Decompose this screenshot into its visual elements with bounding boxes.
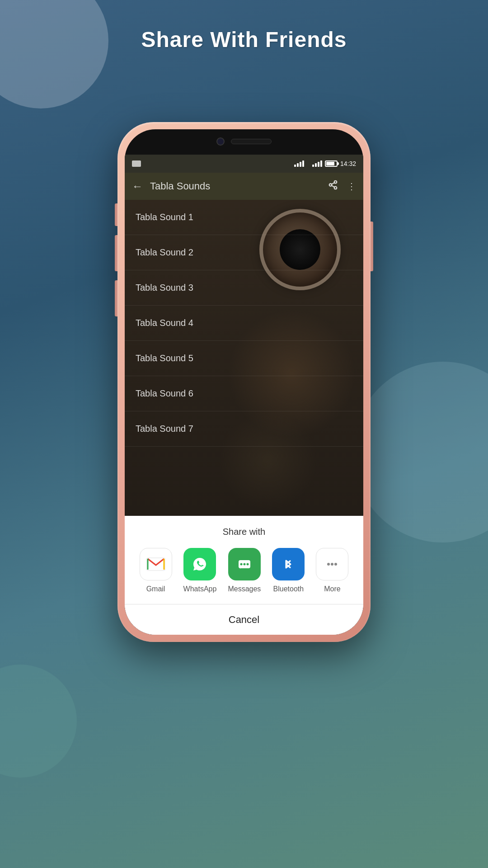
phone-frame: 14:32 ← Tabla Sounds: [117, 122, 371, 642]
list-item[interactable]: Tabla Sound 3: [125, 270, 363, 306]
more-icon: [316, 548, 348, 580]
share-app-gmail[interactable]: Gmail: [140, 548, 172, 593]
signal-bar-4: [302, 160, 304, 167]
share-app-messages[interactable]: Messages: [228, 548, 261, 593]
volume-silent-button: [115, 203, 117, 226]
menu-button[interactable]: ⋮: [347, 181, 356, 192]
phone-inner: 14:32 ← Tabla Sounds: [125, 129, 363, 635]
svg-line-3: [332, 185, 334, 187]
more-label: More: [324, 585, 340, 593]
sound-list: Tabla Sound 1 Tabla Sound 2 Tabla Sound …: [125, 200, 363, 447]
svg-point-16: [331, 563, 333, 566]
status-bar-left: [132, 160, 141, 167]
svg-point-15: [327, 563, 330, 566]
sound-item-label: Tabla Sound 1: [136, 212, 193, 222]
list-item[interactable]: Tabla Sound 7: [125, 411, 363, 447]
share-sheet-title: Share with: [125, 527, 363, 537]
svg-point-1: [329, 184, 332, 186]
share-apps-row: Gmail WhatsApp: [125, 548, 363, 604]
whatsapp-label: WhatsApp: [183, 585, 217, 593]
messages-label: Messages: [228, 585, 261, 593]
page-title: Share With Friends: [0, 27, 488, 52]
list-item[interactable]: Tabla Sound 5: [125, 341, 363, 376]
notification-icon: [132, 160, 141, 167]
list-item[interactable]: Tabla Sound 4: [125, 306, 363, 341]
bg-decoration-3: [0, 665, 77, 778]
sound-item-label: Tabla Sound 3: [136, 283, 193, 293]
phone-notch: [216, 137, 272, 146]
share-button[interactable]: [328, 180, 338, 193]
svg-point-17: [334, 563, 337, 566]
sound-item-label: Tabla Sound 4: [136, 318, 193, 328]
status-time: 14:32: [340, 160, 356, 167]
front-camera: [216, 137, 225, 146]
share-app-more[interactable]: More: [316, 548, 348, 593]
power-button: [371, 222, 373, 271]
bluetooth-icon: [272, 548, 305, 580]
bg-decoration-1: [0, 0, 108, 108]
messages-icon: [228, 548, 261, 580]
phone-speaker: [231, 139, 272, 144]
volume-down-button: [115, 280, 117, 316]
gmail-label: Gmail: [146, 585, 165, 593]
svg-line-4: [332, 183, 334, 184]
battery-fill: [326, 162, 334, 165]
signal2-bar-4: [320, 160, 322, 167]
list-item[interactable]: Tabla Sound 6: [125, 376, 363, 411]
svg-point-12: [243, 563, 245, 566]
signal-bar-3: [300, 162, 301, 167]
content-area: Tabla Sound 1 Tabla Sound 2 Tabla Sound …: [125, 200, 363, 635]
signal-icon-2: [312, 160, 322, 167]
gmail-icon: [140, 548, 172, 580]
svg-rect-14: [278, 554, 298, 574]
sound-item-label: Tabla Sound 6: [136, 388, 193, 399]
sound-item-label: Tabla Sound 7: [136, 424, 193, 434]
sound-item-label: Tabla Sound 2: [136, 247, 193, 258]
battery-icon: [325, 160, 338, 167]
volume-up-button: [115, 235, 117, 271]
signal2-bar-1: [312, 165, 314, 167]
svg-point-2: [334, 187, 337, 189]
list-item[interactable]: Tabla Sound 1: [125, 200, 363, 235]
status-bar: 14:32: [125, 155, 363, 173]
share-app-whatsapp[interactable]: WhatsApp: [183, 548, 217, 593]
sound-item-label: Tabla Sound 5: [136, 353, 193, 363]
share-app-bluetooth[interactable]: Bluetooth: [272, 548, 305, 593]
bg-decoration-2: [352, 362, 488, 542]
signal-icon: [294, 160, 304, 167]
share-sheet: Share with: [125, 516, 363, 635]
phone-screen: 14:32 ← Tabla Sounds: [125, 155, 363, 635]
cancel-button[interactable]: Cancel: [125, 604, 363, 635]
app-bar-actions: ⋮: [328, 180, 356, 193]
svg-point-13: [246, 563, 249, 566]
app-bar-title: Tabla Sounds: [150, 180, 321, 192]
signal2-bar-2: [315, 163, 317, 167]
app-bar: ← Tabla Sounds ⋮: [125, 173, 363, 200]
status-bar-right: 14:32: [294, 160, 356, 167]
signal2-bar-3: [318, 162, 319, 167]
signal-bar-2: [297, 163, 299, 167]
signal-bar-1: [294, 165, 296, 167]
svg-point-11: [240, 563, 242, 566]
back-button[interactable]: ←: [132, 180, 143, 193]
bluetooth-label: Bluetooth: [273, 585, 304, 593]
whatsapp-icon: [183, 548, 216, 580]
svg-point-0: [334, 181, 337, 184]
list-item[interactable]: Tabla Sound 2: [125, 235, 363, 270]
